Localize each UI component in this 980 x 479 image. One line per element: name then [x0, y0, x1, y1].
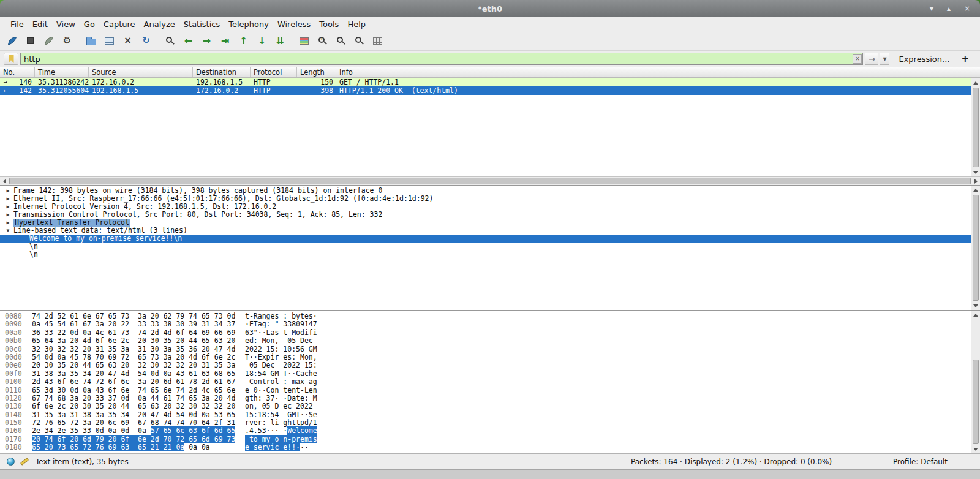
detail-row-text-item[interactable]: \n [0, 251, 980, 258]
scroll-thumb[interactable] [973, 360, 979, 444]
packet-row[interactable]: →140 35.311386242 172.16.0.2 192.168.1.5… [0, 78, 980, 86]
hex-row[interactable]: 00d054 0d 0a 45 78 70 69 72 65 73 3a 20 … [0, 353, 980, 361]
packet-row-selected[interactable]: ←142 35.312055604 192.168.1.5 172.16.0.2… [0, 86, 980, 95]
menu-statistics[interactable]: Statistics [179, 18, 224, 30]
capture-options-button[interactable]: ⚙ [59, 33, 75, 49]
add-filter-button[interactable]: + [959, 53, 976, 64]
menu-help[interactable]: Help [343, 18, 370, 30]
hex-row[interactable]: 017020 74 6f 20 6d 79 20 6f 6e 2d 70 72 … [0, 436, 980, 443]
column-length[interactable]: Length [297, 67, 336, 77]
filter-dropdown-icon[interactable]: ▼ [880, 53, 889, 65]
scroll-down-icon[interactable] [971, 301, 980, 310]
scroll-up-icon[interactable] [971, 311, 980, 319]
bytes-scrollbar[interactable] [971, 311, 980, 453]
detail-row-text-item-selected[interactable]: Welcome to my on-premise service!!\n [0, 235, 980, 243]
hex-row[interactable]: 015072 76 65 72 3a 20 6c 69 67 68 74 74 … [0, 419, 980, 427]
zoom-100-button[interactable] [351, 33, 368, 49]
clear-filter-icon[interactable]: × [853, 54, 862, 64]
open-file-button[interactable] [83, 33, 99, 49]
column-protocol[interactable]: Protocol [251, 67, 297, 77]
expander-collapsed-icon[interactable]: ▶ [4, 211, 12, 219]
expander-collapsed-icon[interactable]: ▶ [4, 219, 12, 227]
go-to-packet-button[interactable]: ⇥ [217, 33, 233, 49]
hex-row[interactable]: 00f031 38 3a 35 34 20 47 4d 54 0d 0a 43 … [0, 370, 980, 378]
title-bar[interactable]: *eth0 ▾ ▴ × [0, 0, 980, 17]
close-file-button[interactable]: × [119, 33, 136, 49]
column-destination[interactable]: Destination [193, 67, 251, 77]
scroll-left-icon[interactable] [0, 177, 9, 185]
bookmark-icon [9, 55, 14, 63]
menu-edit[interactable]: Edit [28, 18, 52, 30]
minimize-icon[interactable]: ▾ [930, 0, 933, 17]
auto-scroll-button[interactable]: ⇊ [272, 33, 288, 49]
go-forward-button[interactable]: → [198, 33, 215, 49]
hex-row[interactable]: 00c032 30 32 32 20 31 35 3a 31 30 3a 35 … [0, 345, 980, 353]
status-profile[interactable]: Profile: Default [893, 458, 948, 466]
save-file-button[interactable] [101, 33, 118, 49]
scroll-down-icon[interactable] [971, 445, 980, 453]
capture-comment-icon[interactable] [20, 458, 29, 466]
hex-row[interactable]: 00b065 64 3a 20 4d 6f 6e 2c 20 30 35 20 … [0, 337, 980, 345]
hex-row[interactable]: 014031 35 3a 31 38 3a 35 34 20 47 4d 54 … [0, 411, 980, 419]
zoom-in-button[interactable]: + [314, 33, 331, 49]
close-icon[interactable]: × [964, 0, 970, 17]
menu-file[interactable]: File [6, 18, 28, 30]
scroll-thumb[interactable] [973, 195, 979, 301]
menu-view[interactable]: View [52, 18, 80, 30]
hex-row[interactable]: 011065 3d 30 0d 0a 43 6f 6e 74 65 6e 74 … [0, 387, 980, 394]
scroll-up-icon[interactable] [971, 186, 980, 194]
expert-info-icon[interactable] [7, 458, 15, 466]
hex-row[interactable]: 00a036 33 22 0d 0a 4c 61 73 74 2d 4d 6f … [0, 329, 980, 337]
zoom-out-button[interactable]: − [333, 33, 349, 49]
expander-collapsed-icon[interactable]: ▶ [4, 203, 12, 211]
filter-input[interactable]: http × [20, 53, 863, 65]
scroll-thumb[interactable] [973, 88, 979, 167]
scroll-right-icon[interactable] [971, 177, 980, 185]
apply-filter-icon[interactable]: → [865, 53, 878, 65]
first-packet-button[interactable]: ↑ [235, 33, 252, 49]
bookmark-button[interactable] [4, 53, 18, 65]
column-source[interactable]: Source [89, 67, 193, 77]
start-capture-button[interactable] [4, 33, 20, 49]
reload-button[interactable]: ↻ [138, 33, 154, 49]
expander-expanded-icon[interactable]: ▼ [4, 227, 12, 235]
expander-collapsed-icon[interactable]: ▶ [4, 187, 12, 195]
menu-tools[interactable]: Tools [315, 18, 343, 30]
hex-row[interactable]: 012067 74 68 3a 20 33 37 0d 0a 44 61 74 … [0, 394, 980, 402]
column-time[interactable]: Time [35, 67, 89, 77]
scroll-up-icon[interactable] [971, 78, 980, 87]
hex-row[interactable]: 01306f 6e 2c 20 30 35 20 44 65 63 20 32 … [0, 402, 980, 410]
detail-row-text-item[interactable]: \n [0, 243, 980, 251]
find-packet-button[interactable] [162, 33, 178, 49]
scroll-down-icon[interactable] [971, 168, 980, 176]
details-scrollbar[interactable] [971, 186, 980, 310]
expander-collapsed-icon[interactable]: ▶ [4, 195, 12, 203]
expression-button[interactable]: Expression... [891, 55, 957, 64]
menu-capture[interactable]: Capture [99, 18, 140, 30]
last-packet-button[interactable]: ↓ [254, 33, 270, 49]
menu-wireless[interactable]: Wireless [273, 18, 315, 30]
menu-analyze[interactable]: Analyze [140, 18, 179, 30]
hex-row[interactable]: 018065 20 73 65 72 76 69 63 65 21 21 0a … [0, 443, 980, 451]
hex-row[interactable]: 01002d 43 6f 6e 74 72 6f 6c 3a 20 6d 61 … [0, 378, 980, 386]
stop-capture-button[interactable] [22, 33, 39, 49]
hex-bytes: 65 3d 30 0d 0a 43 6f 6e 74 65 6e 74 2d 4… [32, 387, 245, 394]
detail-row-tcp[interactable]: ▶Transmission Control Protocol, Src Port… [0, 211, 980, 219]
hex-row[interactable]: 00e020 30 35 20 44 65 63 20 32 30 32 32 … [0, 361, 980, 369]
column-no[interactable]: No. [0, 67, 35, 77]
colorize-button[interactable] [296, 33, 312, 49]
go-back-button[interactable]: ← [180, 33, 197, 49]
resize-columns-button[interactable] [369, 33, 386, 49]
request-arrow-icon: → [0, 78, 10, 86]
maximize-icon[interactable]: ▴ [947, 0, 951, 17]
horizontal-scrollbar[interactable] [0, 176, 980, 185]
menu-go[interactable]: Go [80, 18, 99, 30]
hex-row[interactable]: 008074 2d 52 61 6e 67 65 73 3a 20 62 79 … [0, 312, 980, 320]
menu-telephony[interactable]: Telephony [224, 18, 273, 30]
hex-row[interactable]: 01602e 34 2e 35 33 0d 0a 0d 0a 57 65 6c … [0, 427, 980, 435]
hex-row[interactable]: 00900a 45 54 61 67 3a 20 22 33 33 38 30 … [0, 320, 980, 328]
restart-capture-button[interactable] [40, 33, 57, 49]
packet-list-scrollbar[interactable] [971, 78, 980, 176]
scroll-thumb[interactable] [9, 178, 971, 184]
column-info[interactable]: Info [336, 67, 980, 77]
